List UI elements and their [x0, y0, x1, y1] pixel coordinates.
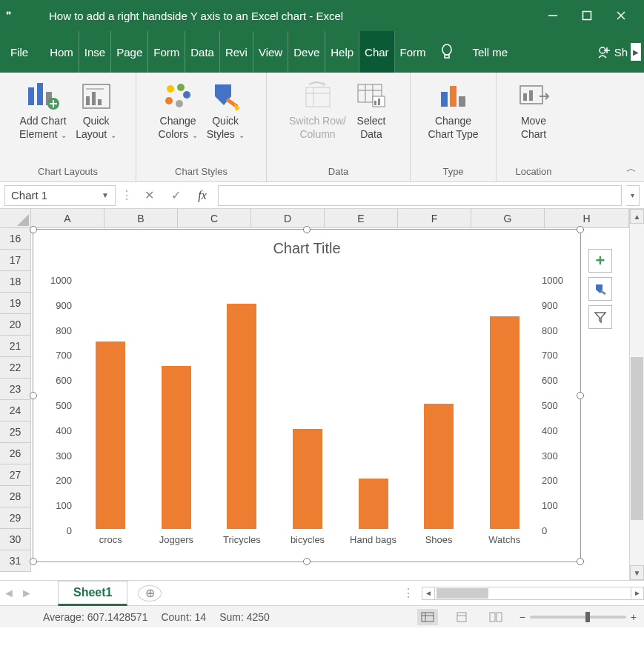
chart-styles-button[interactable]	[588, 277, 612, 301]
formula-input[interactable]	[218, 185, 622, 206]
bar[interactable]	[424, 404, 454, 529]
scroll-down-button[interactable]: ▼	[630, 565, 644, 580]
row-header[interactable]: 22	[0, 357, 31, 379]
chart-elements-button[interactable]: +	[588, 249, 612, 273]
chevron-down-icon[interactable]: ▼	[102, 191, 109, 199]
maximize-button[interactable]	[570, 0, 604, 31]
resize-handle[interactable]	[577, 558, 584, 565]
row-header[interactable]: 17	[0, 250, 31, 271]
sheet-tab[interactable]: Sheet1	[58, 581, 127, 606]
tellme-input[interactable]: Tell me	[462, 46, 519, 59]
zoom-knob[interactable]	[585, 612, 590, 622]
scroll-right-button[interactable]: ►	[631, 587, 644, 600]
close-button[interactable]	[604, 0, 638, 31]
row-header[interactable]: 24	[0, 400, 31, 422]
tab-data[interactable]: Data	[185, 31, 220, 73]
col-header[interactable]: C	[178, 209, 251, 227]
worksheet-grid[interactable]: A B C D E F G H 161718192021222324252627…	[0, 209, 629, 580]
sheet-nav-next[interactable]: ►	[18, 587, 36, 600]
view-normal-button[interactable]	[417, 609, 438, 625]
horizontal-scrollbar[interactable]: ◄ ►	[422, 587, 644, 600]
bar[interactable]	[162, 366, 191, 529]
resize-handle[interactable]	[303, 226, 311, 233]
row-header[interactable]: 27	[0, 464, 31, 486]
row-header[interactable]: 16	[0, 228, 31, 250]
row-header[interactable]: 18	[0, 271, 31, 293]
tellme-bulb-icon[interactable]	[431, 44, 462, 60]
cancel-formula-button[interactable]: ✕	[138, 185, 160, 206]
row-header[interactable]: 29	[0, 507, 31, 529]
tab-review[interactable]: Revi	[220, 31, 253, 73]
resize-handle[interactable]	[30, 558, 37, 565]
tab-page-layout[interactable]: Page	[111, 31, 148, 73]
select-all-corner[interactable]	[0, 209, 31, 227]
minimize-button[interactable]	[536, 0, 570, 31]
switch-row-column-button[interactable]: Switch Row/ Column	[285, 76, 351, 141]
bar[interactable]	[490, 316, 519, 529]
tab-split-handle[interactable]: ⋮	[395, 586, 422, 600]
row-header[interactable]: 30	[0, 529, 31, 550]
share-button[interactable]: Sh ▶	[597, 43, 641, 61]
tab-file[interactable]: File	[0, 31, 44, 73]
collapse-ribbon-icon[interactable]: ︿	[626, 162, 637, 176]
bar[interactable]	[293, 429, 322, 529]
chart-filters-button[interactable]	[588, 305, 612, 329]
resize-handle[interactable]	[30, 226, 37, 233]
view-page-break-button[interactable]	[485, 609, 506, 625]
bar[interactable]	[227, 304, 256, 529]
tab-home[interactable]: Hom	[44, 31, 79, 73]
enter-formula-button[interactable]: ✓	[165, 185, 187, 206]
tab-insert[interactable]: Inse	[79, 31, 111, 73]
zoom-out-button[interactable]: −	[519, 611, 525, 623]
resize-handle[interactable]	[577, 392, 584, 399]
col-header[interactable]: D	[251, 209, 325, 227]
scroll-thumb[interactable]	[631, 357, 643, 520]
scroll-thumb[interactable]	[436, 588, 488, 599]
row-header[interactable]: 23	[0, 379, 31, 400]
scroll-track[interactable]	[435, 587, 631, 600]
row-header[interactable]: 26	[0, 443, 31, 464]
resize-handle[interactable]	[30, 392, 37, 399]
scroll-up-button[interactable]: ▲	[630, 209, 644, 224]
col-header[interactable]: H	[545, 209, 629, 227]
quick-styles-button[interactable]: Quick Styles ⌄	[202, 76, 249, 142]
zoom-in-button[interactable]: +	[631, 611, 637, 623]
bar[interactable]	[359, 479, 388, 529]
scroll-left-button[interactable]: ◄	[422, 587, 435, 600]
insert-function-button[interactable]: fx	[191, 185, 213, 206]
expand-formula-bar-button[interactable]: ▾	[626, 185, 640, 206]
name-box[interactable]: Chart 1 ▼	[4, 185, 116, 206]
row-header[interactable]: 21	[0, 336, 31, 357]
tab-developer[interactable]: Deve	[288, 31, 325, 73]
scroll-track[interactable]	[630, 224, 644, 565]
col-header[interactable]: G	[471, 209, 545, 227]
quick-layout-button[interactable]: Quick Layout ⌄	[71, 76, 121, 142]
select-data-button[interactable]: Select Data	[351, 76, 392, 141]
col-header[interactable]: A	[31, 209, 104, 227]
row-header[interactable]: 25	[0, 422, 31, 443]
row-header[interactable]: 31	[0, 550, 31, 572]
chart-title[interactable]: Chart Title	[33, 230, 580, 261]
tab-chart-design[interactable]: Char	[359, 31, 395, 73]
tab-view[interactable]: View	[253, 31, 288, 73]
col-header[interactable]: B	[104, 209, 178, 227]
add-chart-element-button[interactable]: Add Chart Element ⌄	[15, 76, 71, 142]
view-page-layout-button[interactable]	[451, 609, 472, 625]
zoom-slider[interactable]: − +	[519, 611, 637, 623]
tab-help[interactable]: Help	[325, 31, 359, 73]
row-header[interactable]: 20	[0, 314, 31, 336]
change-colors-button[interactable]: Change Colors ⌄	[153, 76, 202, 142]
move-chart-button[interactable]: Move Chart	[513, 76, 554, 141]
sheet-nav-prev[interactable]: ◄	[0, 587, 18, 600]
tabs-scroll-right-icon[interactable]: ▶	[631, 43, 641, 61]
col-header[interactable]: F	[398, 209, 471, 227]
expand-namebox-handle[interactable]: ⋮	[120, 188, 133, 202]
tab-formulas[interactable]: Form	[148, 31, 185, 73]
new-sheet-button[interactable]: ⊕	[138, 585, 162, 602]
chart-object[interactable]: Chart Title 0010010020020030030040040050…	[33, 229, 581, 562]
change-chart-type-button[interactable]: Change Chart Type	[423, 76, 482, 141]
qat-more-icon[interactable]: ❞	[6, 10, 12, 21]
bar[interactable]	[96, 342, 125, 530]
tab-format[interactable]: Form	[395, 31, 431, 73]
row-header[interactable]: 19	[0, 293, 31, 314]
